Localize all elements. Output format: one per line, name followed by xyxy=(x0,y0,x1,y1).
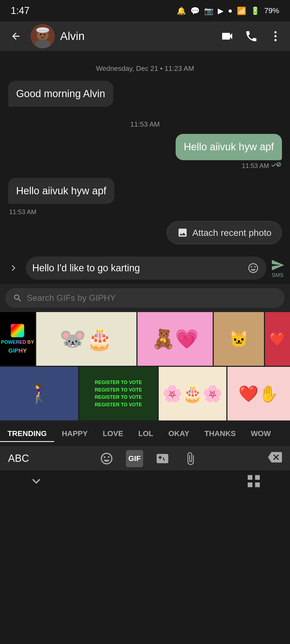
input-row: SMS xyxy=(0,252,290,284)
video-call-button[interactable] xyxy=(219,28,235,44)
gif-tabs: TRENDING HAPPY LOVE LOL OKAY THANKS WOW xyxy=(0,422,290,446)
timestamp-1153: 11:53 AM xyxy=(8,120,282,129)
notif-icon-2: 💬 xyxy=(190,6,200,15)
signal-icon: 📶 xyxy=(237,6,246,15)
app-bar: Alvin xyxy=(0,21,290,51)
expand-button[interactable] xyxy=(5,260,21,276)
notif-icon-4: ▶ xyxy=(218,6,224,15)
gif-tab-love[interactable]: LOVE xyxy=(95,426,131,442)
message-meta-received-2: 11:53 AM xyxy=(8,208,282,216)
keyboard-bar: ABC GIF xyxy=(0,446,290,470)
gif-tab-thanks[interactable]: THANKS xyxy=(197,426,243,442)
wifi-icon: ● xyxy=(228,6,233,15)
emoji-keyboard-button[interactable] xyxy=(98,450,115,467)
gif-cat[interactable]: 🐱 xyxy=(214,312,264,366)
gif-tab-happy[interactable]: HAPPY xyxy=(54,426,95,442)
sticker-keyboard-button[interactable] xyxy=(154,450,171,467)
battery-icon: 🔋 xyxy=(251,6,260,15)
more-options-button[interactable] xyxy=(267,28,284,44)
notif-icon-1: 🔔 xyxy=(177,6,186,15)
keyboard-icons: GIF xyxy=(98,450,199,467)
attach-photo-wrap: Attach recent photo xyxy=(8,221,282,244)
chat-area: Wednesday, Dec 21 • 11:23 AM Good mornin… xyxy=(0,51,290,244)
message-text-sent-1: Hello aiivuk hyw apf xyxy=(184,141,274,152)
svg-point-9 xyxy=(274,39,277,41)
message-input[interactable] xyxy=(32,262,242,274)
gif-search-bar xyxy=(5,288,285,308)
gif-giphy-logo[interactable]: POWERED BY GIPHY xyxy=(0,312,35,366)
svg-point-5 xyxy=(44,34,45,35)
keyboard-layout-button[interactable] xyxy=(244,472,263,491)
bubble-received-1: Good morning Alvin xyxy=(8,81,113,107)
status-time: 1:47 xyxy=(11,5,30,16)
notif-icon-3: 📷 xyxy=(204,6,213,15)
message-time-sent-1: 11:53 AM xyxy=(242,162,269,170)
back-button[interactable] xyxy=(6,27,25,46)
battery-percent: 79% xyxy=(264,6,279,15)
gif-row-1: POWERED BY GIPHY 🐭🎂 🧸💗 🐱 ❤️ xyxy=(0,312,290,366)
svg-point-4 xyxy=(40,34,42,35)
header-actions xyxy=(219,28,284,44)
gif-register-vote[interactable]: REGISTER TO VOTE REGISTER TO VOTE REGIST… xyxy=(79,367,157,420)
gif-tab-lol[interactable]: LOL xyxy=(131,426,161,442)
contact-name[interactable]: Alvin xyxy=(60,30,214,43)
gif-girl-walking[interactable]: 🚶‍♀️ xyxy=(0,367,78,420)
message-text-1: Good morning Alvin xyxy=(16,88,105,99)
send-label: SMS xyxy=(272,272,283,278)
gif-bear[interactable]: 🧸💗 xyxy=(137,312,213,366)
read-receipt xyxy=(271,162,281,170)
gif-tab-trending[interactable]: TRENDING xyxy=(0,426,54,442)
message-meta-sent-1: 11:53 AM xyxy=(176,162,282,170)
send-button[interactable]: SMS xyxy=(271,258,285,278)
keyboard-down-button[interactable] xyxy=(27,472,46,491)
gif-search-input[interactable] xyxy=(27,293,277,303)
svg-rect-3 xyxy=(37,30,49,32)
attach-recent-photo-button[interactable]: Attach recent photo xyxy=(167,221,282,244)
status-icons: 🔔 💬 📷 ▶ ● 📶 🔋 79% xyxy=(177,6,279,15)
message-text-received-2: Hello aiivuk hyw apf xyxy=(16,185,106,196)
status-bar: 1:47 🔔 💬 📷 ▶ ● 📶 🔋 79% xyxy=(0,0,290,21)
gif-tab-wow[interactable]: WOW xyxy=(243,426,278,442)
clip-keyboard-button[interactable] xyxy=(182,450,199,467)
attach-recent-photo-label: Attach recent photo xyxy=(192,228,271,238)
gif-love-heart[interactable]: ❤️✋ xyxy=(227,367,290,420)
svg-point-7 xyxy=(274,31,277,33)
gif-happy-birthday[interactable]: 🌸🎂🌸 xyxy=(159,367,226,420)
emoji-button[interactable] xyxy=(247,261,260,275)
bubble-sent-1: Hello aiivuk hyw apf xyxy=(176,134,282,160)
gif-grid: POWERED BY GIPHY 🐭🎂 🧸💗 🐱 ❤️ 🚶‍♀️ RE xyxy=(0,312,290,420)
phone-call-button[interactable] xyxy=(243,28,259,44)
gif-tab-okay[interactable]: OKAY xyxy=(161,426,197,442)
text-input-wrap xyxy=(26,257,266,280)
gif-minnie[interactable]: 🐭🎂 xyxy=(36,312,136,366)
gif-heart-partial[interactable]: ❤️ xyxy=(265,312,290,366)
keyboard-abc-label: ABC xyxy=(8,453,29,464)
message-received-1[interactable]: Good morning Alvin xyxy=(8,81,282,109)
gif-search-area xyxy=(0,284,290,312)
svg-point-8 xyxy=(274,35,277,37)
message-received-2[interactable]: Hello aiivuk hyw apf 11:53 AM xyxy=(8,178,282,216)
gif-row-2: 🚶‍♀️ REGISTER TO VOTE REGISTER TO VOTE R… xyxy=(0,367,290,420)
bottom-nav xyxy=(0,470,290,492)
gif-keyboard-button[interactable]: GIF xyxy=(126,450,143,467)
avatar[interactable] xyxy=(31,24,55,48)
date-stamp: Wednesday, Dec 21 • 11:23 AM xyxy=(8,64,282,73)
bubble-received-2: Hello aiivuk hyw apf xyxy=(8,178,114,204)
delete-button[interactable] xyxy=(268,450,282,467)
message-sent-1[interactable]: Hello aiivuk hyw apf 11:53 AM xyxy=(8,134,282,170)
